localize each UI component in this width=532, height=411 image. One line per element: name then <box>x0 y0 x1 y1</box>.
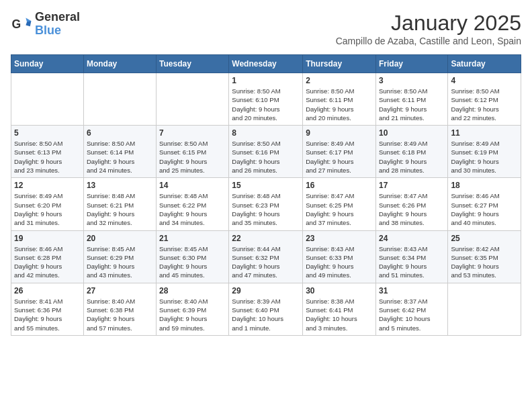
day-info: Sunrise: 8:47 AM Sunset: 6:25 PM Dayligh… <box>306 191 373 227</box>
day-info: Sunrise: 8:50 AM Sunset: 6:12 PM Dayligh… <box>451 87 518 122</box>
day-cell: 25Sunrise: 8:42 AM Sunset: 6:35 PM Dayli… <box>448 230 521 283</box>
day-number: 19 <box>14 234 81 243</box>
day-number: 30 <box>306 286 373 295</box>
location-title: Campillo de Azaba, Castille and Leon, Sp… <box>336 36 521 46</box>
day-cell: 24Sunrise: 8:43 AM Sunset: 6:34 PM Dayli… <box>375 230 447 283</box>
day-number: 12 <box>14 181 81 190</box>
day-cell <box>448 283 521 335</box>
day-number: 24 <box>379 234 445 243</box>
day-cell: 12Sunrise: 8:49 AM Sunset: 6:20 PM Dayli… <box>11 178 84 230</box>
day-info: Sunrise: 8:50 AM Sunset: 6:13 PM Dayligh… <box>14 139 81 175</box>
column-header-thursday: Thursday <box>303 55 376 73</box>
week-row-3: 12Sunrise: 8:49 AM Sunset: 6:20 PM Dayli… <box>11 178 521 230</box>
column-header-friday: Friday <box>375 55 447 73</box>
day-cell: 23Sunrise: 8:43 AM Sunset: 6:33 PM Dayli… <box>303 230 376 283</box>
day-info: Sunrise: 8:50 AM Sunset: 6:14 PM Dayligh… <box>87 139 153 175</box>
day-number: 6 <box>87 128 153 138</box>
day-number: 27 <box>87 286 153 295</box>
day-cell: 6Sunrise: 8:50 AM Sunset: 6:14 PM Daylig… <box>83 126 156 178</box>
day-info: Sunrise: 8:44 AM Sunset: 6:32 PM Dayligh… <box>232 244 300 280</box>
logo-text: General Blue <box>35 11 80 38</box>
page-header: G General Blue January 2025 Campillo de … <box>11 11 521 46</box>
day-info: Sunrise: 8:37 AM Sunset: 6:42 PM Dayligh… <box>379 297 445 332</box>
day-number: 28 <box>159 286 226 295</box>
day-number: 21 <box>159 234 226 243</box>
day-info: Sunrise: 8:38 AM Sunset: 6:41 PM Dayligh… <box>306 297 373 332</box>
column-header-tuesday: Tuesday <box>157 55 229 73</box>
day-cell: 20Sunrise: 8:45 AM Sunset: 6:29 PM Dayli… <box>83 230 156 283</box>
day-cell: 15Sunrise: 8:48 AM Sunset: 6:23 PM Dayli… <box>229 178 303 230</box>
day-number: 8 <box>232 128 300 138</box>
logo-blue: Blue <box>35 24 80 38</box>
day-cell: 30Sunrise: 8:38 AM Sunset: 6:41 PM Dayli… <box>303 283 376 335</box>
day-cell <box>11 73 84 126</box>
week-row-5: 26Sunrise: 8:41 AM Sunset: 6:36 PM Dayli… <box>11 283 521 335</box>
day-number: 31 <box>379 286 445 295</box>
day-info: Sunrise: 8:50 AM Sunset: 6:11 PM Dayligh… <box>379 87 445 122</box>
day-info: Sunrise: 8:50 AM Sunset: 6:16 PM Dayligh… <box>232 139 300 175</box>
svg-marker-2 <box>26 21 31 26</box>
day-number: 25 <box>451 234 518 243</box>
day-cell: 1Sunrise: 8:50 AM Sunset: 6:10 PM Daylig… <box>229 73 303 126</box>
day-number: 20 <box>87 234 153 243</box>
day-cell: 21Sunrise: 8:45 AM Sunset: 6:30 PM Dayli… <box>157 230 229 283</box>
day-number: 16 <box>306 181 373 190</box>
day-info: Sunrise: 8:49 AM Sunset: 6:18 PM Dayligh… <box>379 139 445 175</box>
week-row-1: 1Sunrise: 8:50 AM Sunset: 6:10 PM Daylig… <box>11 73 521 126</box>
day-number: 3 <box>379 76 445 85</box>
day-cell: 8Sunrise: 8:50 AM Sunset: 6:16 PM Daylig… <box>229 126 303 178</box>
day-cell <box>157 73 229 126</box>
day-number: 7 <box>159 128 226 138</box>
day-info: Sunrise: 8:43 AM Sunset: 6:33 PM Dayligh… <box>306 244 373 280</box>
day-number: 29 <box>232 286 300 295</box>
day-info: Sunrise: 8:39 AM Sunset: 6:40 PM Dayligh… <box>232 297 300 332</box>
day-info: Sunrise: 8:40 AM Sunset: 6:39 PM Dayligh… <box>159 297 226 332</box>
day-cell: 3Sunrise: 8:50 AM Sunset: 6:11 PM Daylig… <box>375 73 447 126</box>
day-info: Sunrise: 8:46 AM Sunset: 6:28 PM Dayligh… <box>14 244 81 280</box>
column-header-wednesday: Wednesday <box>229 55 303 73</box>
day-cell: 18Sunrise: 8:46 AM Sunset: 6:27 PM Dayli… <box>448 178 521 230</box>
day-number: 4 <box>451 76 518 85</box>
day-cell: 13Sunrise: 8:48 AM Sunset: 6:21 PM Dayli… <box>83 178 156 230</box>
day-number: 11 <box>451 128 518 138</box>
day-cell: 28Sunrise: 8:40 AM Sunset: 6:39 PM Dayli… <box>157 283 229 335</box>
week-row-4: 19Sunrise: 8:46 AM Sunset: 6:28 PM Dayli… <box>11 230 521 283</box>
day-number: 1 <box>232 76 300 85</box>
day-cell <box>83 73 156 126</box>
day-cell: 19Sunrise: 8:46 AM Sunset: 6:28 PM Dayli… <box>11 230 84 283</box>
day-info: Sunrise: 8:42 AM Sunset: 6:35 PM Dayligh… <box>451 244 518 280</box>
logo-general: General <box>35 11 80 24</box>
month-title: January 2025 <box>336 11 521 36</box>
day-info: Sunrise: 8:50 AM Sunset: 6:10 PM Dayligh… <box>232 87 300 122</box>
day-info: Sunrise: 8:49 AM Sunset: 6:17 PM Dayligh… <box>306 139 373 175</box>
day-info: Sunrise: 8:49 AM Sunset: 6:19 PM Dayligh… <box>451 139 518 175</box>
day-info: Sunrise: 8:49 AM Sunset: 6:20 PM Dayligh… <box>14 191 81 227</box>
day-number: 22 <box>232 234 300 243</box>
day-number: 9 <box>306 128 373 138</box>
svg-text:G: G <box>12 17 21 31</box>
day-info: Sunrise: 8:50 AM Sunset: 6:11 PM Dayligh… <box>306 87 373 122</box>
day-cell: 27Sunrise: 8:40 AM Sunset: 6:38 PM Dayli… <box>83 283 156 335</box>
day-info: Sunrise: 8:48 AM Sunset: 6:21 PM Dayligh… <box>87 191 153 227</box>
day-number: 23 <box>306 234 373 243</box>
day-cell: 10Sunrise: 8:49 AM Sunset: 6:18 PM Dayli… <box>375 126 447 178</box>
title-section: January 2025 Campillo de Azaba, Castille… <box>336 11 521 46</box>
day-cell: 4Sunrise: 8:50 AM Sunset: 6:12 PM Daylig… <box>448 73 521 126</box>
day-number: 13 <box>87 181 153 190</box>
day-cell: 9Sunrise: 8:49 AM Sunset: 6:17 PM Daylig… <box>303 126 376 178</box>
day-number: 14 <box>159 181 226 190</box>
day-info: Sunrise: 8:45 AM Sunset: 6:30 PM Dayligh… <box>159 244 226 280</box>
day-cell: 5Sunrise: 8:50 AM Sunset: 6:13 PM Daylig… <box>11 126 84 178</box>
logo: G General Blue <box>11 11 80 38</box>
day-cell: 14Sunrise: 8:48 AM Sunset: 6:22 PM Dayli… <box>157 178 229 230</box>
day-info: Sunrise: 8:46 AM Sunset: 6:27 PM Dayligh… <box>451 191 518 227</box>
day-info: Sunrise: 8:48 AM Sunset: 6:23 PM Dayligh… <box>232 191 300 227</box>
day-cell: 7Sunrise: 8:50 AM Sunset: 6:15 PM Daylig… <box>157 126 229 178</box>
day-number: 17 <box>379 181 445 190</box>
logo-icon: G <box>11 13 32 35</box>
day-number: 15 <box>232 181 300 190</box>
day-cell: 29Sunrise: 8:39 AM Sunset: 6:40 PM Dayli… <box>229 283 303 335</box>
column-header-monday: Monday <box>83 55 156 73</box>
day-info: Sunrise: 8:41 AM Sunset: 6:36 PM Dayligh… <box>14 297 81 332</box>
day-info: Sunrise: 8:40 AM Sunset: 6:38 PM Dayligh… <box>87 297 153 332</box>
